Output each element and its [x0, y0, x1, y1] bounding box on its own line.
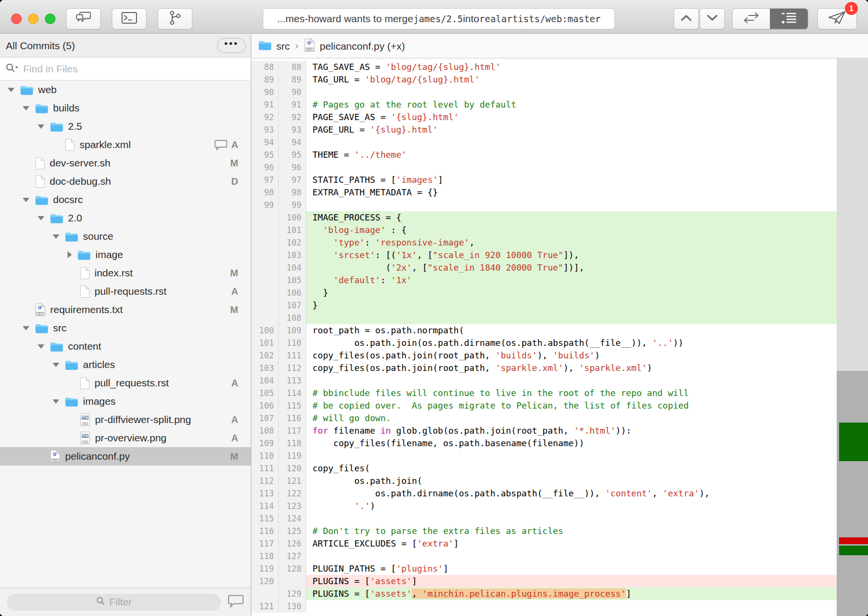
- disclosure-closed-icon[interactable]: [68, 251, 72, 258]
- disclosure-open-icon[interactable]: [8, 88, 14, 92]
- disclosure-open-icon[interactable]: [23, 198, 29, 202]
- diff-line[interactable]: 8989TAG_URL = 'blog/tag/{slug}.html': [251, 73, 868, 86]
- diff-line-added[interactable]: 100IMAGE_PROCESS = {: [251, 211, 868, 224]
- diff-line-removed[interactable]: 120PLUGINS = ['assets']: [251, 575, 868, 588]
- tree-item-pr-diffviewer-split.png[interactable]: PNGpr-diffviewer-split.pngA: [0, 411, 251, 429]
- diff-line-added[interactable]: 104 ('2x', ["scale_in 1840 20000 True"])…: [251, 261, 868, 274]
- branch-button[interactable]: [158, 8, 192, 29]
- minimize-button[interactable]: [28, 14, 39, 24]
- tree-item-articles[interactable]: articles: [0, 356, 251, 374]
- tree-item-doc-debug.sh[interactable]: doc-debug.shD: [0, 172, 251, 191]
- close-button[interactable]: [11, 14, 22, 24]
- comment-bubble-button[interactable]: [228, 594, 244, 610]
- disclosure-open-icon[interactable]: [38, 216, 44, 220]
- diff-line-added[interactable]: 107}: [251, 299, 868, 312]
- disclosure-open-icon[interactable]: [23, 106, 29, 110]
- zoom-button[interactable]: [45, 14, 55, 24]
- disclosure-open-icon[interactable]: [38, 344, 44, 349]
- tree-item-requirements.txt[interactable]: TEXTrequirements.txtM: [0, 301, 251, 319]
- tree-item-pr-overview.png[interactable]: PNGpr-overview.pngA: [0, 429, 251, 447]
- diff-line[interactable]: 9090: [251, 86, 868, 98]
- tree-item-source[interactable]: source: [0, 227, 251, 246]
- find-in-files-field[interactable]: Find in Files: [0, 57, 251, 81]
- tree-item-image[interactable]: image: [0, 246, 251, 264]
- terminal-button[interactable]: [112, 8, 147, 29]
- disclosure-open-icon[interactable]: [53, 363, 59, 367]
- diff-line[interactable]: 107116# will go down.: [251, 412, 868, 424]
- diff-line[interactable]: 110119: [251, 450, 868, 462]
- tree-item-sparkle.xml[interactable]: sparkle.xmlA: [0, 136, 251, 154]
- next-change-button[interactable]: [700, 8, 725, 29]
- comments-button[interactable]: [66, 8, 101, 29]
- disclosure-open-icon[interactable]: [38, 124, 44, 129]
- diff-line-added[interactable]: 106 }: [251, 287, 868, 299]
- tree-item-docsrc[interactable]: docsrc: [0, 191, 251, 209]
- diff-line[interactable]: 101110 os.path.join(os.path.dirname(os.p…: [251, 337, 868, 349]
- tree-item-index.rst[interactable]: index.rstM: [0, 264, 251, 282]
- status-badge: M: [230, 304, 238, 315]
- diff-line[interactable]: 103112copy_files(os.path.join(root_path,…: [251, 362, 868, 374]
- diff-line[interactable]: 111120copy_files(: [251, 462, 868, 475]
- overflow-menu-button[interactable]: •••: [217, 38, 246, 53]
- tree-item-pull-requests.rst[interactable]: pull-requests.rstA: [0, 282, 251, 301]
- tree-item-builds[interactable]: builds: [0, 99, 251, 117]
- diff-line[interactable]: 9696: [251, 161, 868, 174]
- diff-line[interactable]: 9393PAGE_URL = '{slug}.html': [251, 123, 868, 136]
- tree-item-2.5[interactable]: 2.5: [0, 117, 251, 136]
- diff-line[interactable]: 118127: [251, 550, 868, 562]
- diff-line-added[interactable]: 101 'blog-image' : {: [251, 224, 868, 236]
- tree-item-src[interactable]: src: [0, 319, 251, 337]
- diff-line-added[interactable]: 103 'srcset': [('1x', ["scale_in 920 100…: [251, 249, 868, 261]
- diff-line[interactable]: 112121 os.path.join(: [251, 475, 868, 487]
- disclosure-open-icon[interactable]: [53, 399, 59, 404]
- tree-item-content[interactable]: content: [0, 337, 251, 356]
- diff-line[interactable]: 115124: [251, 512, 868, 525]
- diff-line[interactable]: 116125# Don't try to parse the extra fil…: [251, 525, 868, 537]
- diff-line[interactable]: 121130: [251, 600, 868, 613]
- filter-input[interactable]: Filter: [7, 594, 221, 611]
- tree-item-2.0[interactable]: 2.0: [0, 209, 251, 227]
- unified-view-button[interactable]: [770, 9, 808, 29]
- old-line-number: 89: [251, 73, 279, 86]
- new-line-number: 129: [279, 588, 306, 600]
- diff-line[interactable]: 9797STATIC_PATHS = ['images']: [251, 174, 868, 186]
- diff-line[interactable]: 9595THEME = '../theme': [251, 149, 868, 161]
- diff-line-added[interactable]: 108: [251, 312, 868, 324]
- split-view-button[interactable]: [732, 9, 770, 29]
- tree-item-pelicanconf.py[interactable]: TEXTpelicanconf.pyM: [0, 447, 251, 465]
- diff-line[interactable]: 105114# bbinclude files will continue to…: [251, 387, 868, 399]
- disclosure-open-icon[interactable]: [23, 326, 29, 330]
- diff-line[interactable]: 8888TAG_SAVE_AS = 'blog/tag/{slug}.html': [251, 61, 868, 73]
- prev-change-button[interactable]: [674, 8, 699, 29]
- diff-line[interactable]: 9191# Pages go at the root level by defa…: [251, 98, 868, 111]
- diff-line-added[interactable]: 105 'default': '1x': [251, 274, 868, 287]
- diff-line[interactable]: 108117for filename in glob.glob(os.path.…: [251, 424, 868, 437]
- diff-line-added[interactable]: 129PLUGINS = ['assets', 'minchin.pelican…: [251, 588, 868, 600]
- overview-ruler[interactable]: [837, 58, 868, 616]
- diff-line[interactable]: 117126ARTICLE_EXCLUDES = ['extra']: [251, 537, 868, 550]
- tree-item-web[interactable]: web: [0, 81, 251, 99]
- diff-line[interactable]: 109118 copy_files(filename, os.path.base…: [251, 437, 868, 450]
- diff-line[interactable]: 102111copy_files(os.path.join(root_path,…: [251, 349, 868, 362]
- diff-line[interactable]: 114123 '.'): [251, 500, 868, 512]
- new-line-number: 127: [279, 550, 306, 562]
- status-badge: M: [230, 268, 238, 279]
- diff-line[interactable]: 113122 os.path.dirname(os.path.abspath(_…: [251, 487, 868, 500]
- diff-line-added[interactable]: 102 'type': 'responsive-image',: [251, 236, 868, 249]
- disclosure-open-icon[interactable]: [53, 234, 59, 239]
- breadcrumb-file[interactable]: pelicanconf.py (+x): [320, 41, 405, 52]
- tree-item-images[interactable]: images: [0, 392, 251, 411]
- diff-line[interactable]: 106115# be copied over. As pages migrate…: [251, 399, 868, 412]
- diff-line[interactable]: 9999: [251, 199, 868, 211]
- diff-line[interactable]: 119128PLUGIN_PATHS = ['plugins']: [251, 562, 868, 575]
- breadcrumb-folder[interactable]: src: [276, 41, 290, 52]
- tree-item-dev-server.sh[interactable]: dev-server.shM: [0, 154, 251, 172]
- diff-line[interactable]: 100109root_path = os.path.normpath(: [251, 324, 868, 337]
- scrollbar-thumb[interactable]: [837, 371, 868, 616]
- diff-line[interactable]: 9494: [251, 136, 868, 149]
- diff-line[interactable]: 9292PAGE_SAVE_AS = '{slug}.html': [251, 111, 868, 123]
- tree-item-pull-requests.rst[interactable]: pull_requests.rstA: [0, 374, 251, 392]
- diff-line[interactable]: 104113: [251, 374, 868, 387]
- window-title-text: james/2.5: [413, 14, 463, 24]
- diff-line[interactable]: 9898EXTRA_PATH_METADATA = {}: [251, 186, 868, 199]
